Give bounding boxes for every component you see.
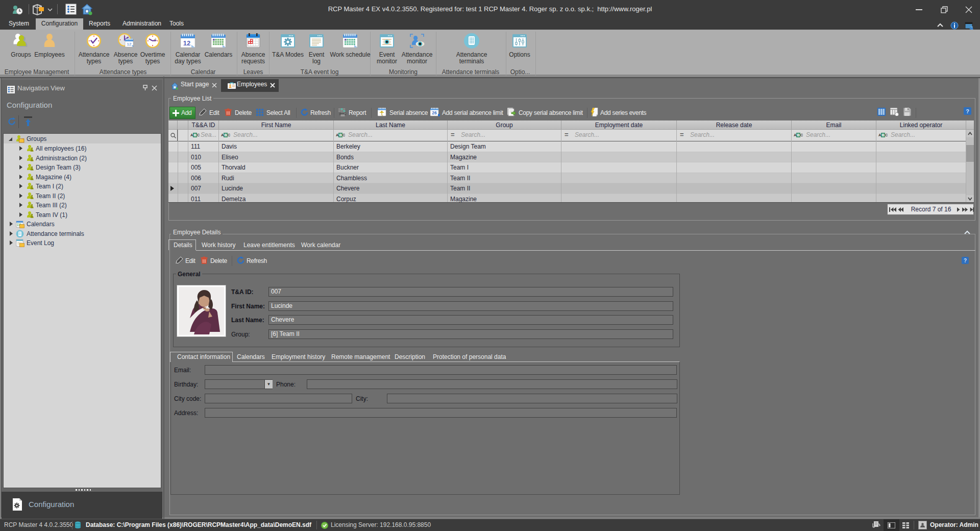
svg-text:12: 12 [127, 42, 132, 46]
svg-text:12: 12 [183, 39, 190, 47]
svg-text:?: ? [964, 258, 967, 263]
svg-text:26: 26 [432, 110, 437, 115]
svg-text:?: ? [966, 108, 969, 114]
